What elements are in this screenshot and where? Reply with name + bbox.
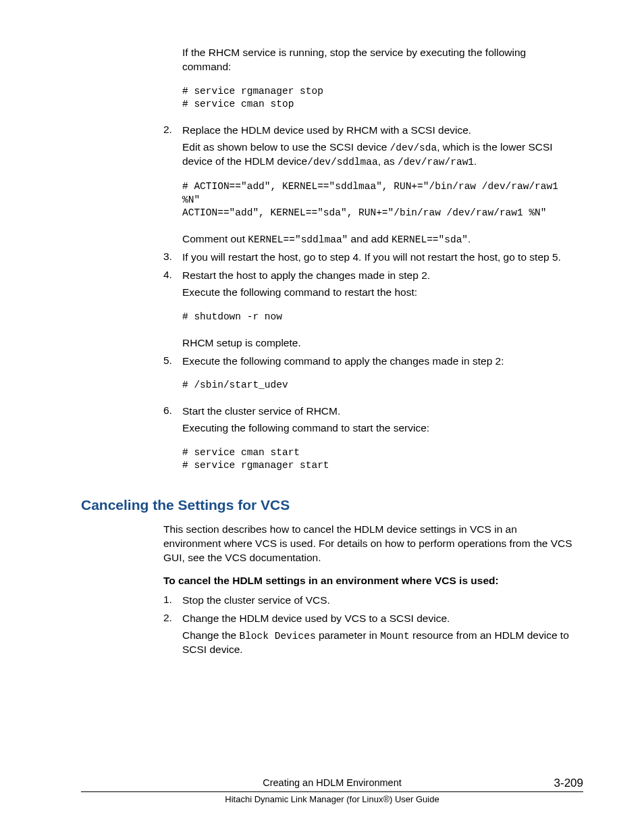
inline-code: KERNEL=="sda" — [392, 234, 468, 245]
code-udev-rule: # ACTION=="add", KERNEL=="sddlmaa", RUN+… — [182, 180, 576, 220]
inline-code: KERNEL=="sddlmaa" — [248, 234, 348, 245]
inline-code: /dev/sda — [390, 142, 437, 153]
step-number: 5. — [163, 355, 172, 367]
step-5: 5. Execute the following command to appl… — [163, 355, 576, 392]
text-run: and add — [348, 233, 392, 244]
intro-text: If the RHCM service is running, stop the… — [182, 46, 576, 74]
step-b1: 1. Stop the cluster service of VCS. — [163, 594, 576, 608]
inline-code: Block Devices — [239, 631, 315, 642]
section-intro: This section describes how to cancel the… — [163, 523, 576, 565]
text-run: parameter in — [316, 629, 381, 641]
step-text: Comment out KERNEL=="sddlmaa" and add KE… — [182, 232, 576, 247]
code-start-services: # service cman start # service rgmanager… — [182, 446, 576, 473]
steps-list-a: 2. Replace the HDLM device used by RHCM … — [163, 124, 576, 473]
steps-list-b: 1. Stop the cluster service of VCS. 2. C… — [163, 594, 576, 657]
step-text: Start the cluster service of RHCM. — [182, 405, 576, 419]
step-text: Stop the cluster service of VCS. — [182, 594, 576, 608]
section-heading: Canceling the Settings for VCS — [81, 497, 583, 513]
step-text: Executing the following command to start… — [182, 421, 576, 436]
footer-top-row: Creating an HDLM Environment 3-209 — [81, 777, 583, 792]
section-body: This section describes how to cancel the… — [163, 523, 576, 587]
top-block: If the RHCM service is running, stop the… — [182, 46, 576, 111]
step-number: 2. — [163, 612, 172, 624]
text-run: . — [468, 233, 471, 244]
step-text: Change the HDLM device used by VCS to a … — [182, 612, 576, 626]
text-run: Edit as shown below to use the SCSI devi… — [182, 141, 390, 153]
step-number: 2. — [163, 124, 172, 136]
subheading: To cancel the HDLM settings in an enviro… — [163, 575, 576, 587]
step-6: 6. Start the cluster service of RHCM. Ex… — [163, 405, 576, 473]
text-run: , as — [378, 155, 398, 167]
step-text: Edit as shown below to use the SCSI devi… — [182, 140, 576, 170]
page-footer: Creating an HDLM Environment 3-209 Hitac… — [81, 777, 583, 804]
step-number: 3. — [163, 251, 172, 263]
step-b2: 2. Change the HDLM device used by VCS to… — [163, 612, 576, 657]
step-text: Execute the following command to restart… — [182, 286, 576, 300]
text-run: Comment out — [182, 233, 248, 244]
step-number: 4. — [163, 269, 172, 281]
step-text: If you will restart the host, go to step… — [182, 251, 576, 265]
step-text: RHCM setup is complete. — [182, 336, 576, 350]
step-number: 6. — [163, 405, 172, 417]
text-run: . — [474, 155, 477, 167]
code-shutdown: # shutdown -r now — [182, 311, 576, 324]
step-text: Change the Block Devices parameter in Mo… — [182, 629, 576, 657]
step-text: Restart the host to apply the changes ma… — [182, 269, 576, 283]
footer-book-title: Hitachi Dynamic Link Manager (for Linux®… — [81, 792, 583, 804]
inline-code: Mount — [380, 631, 410, 642]
code-start-udev: # /sbin/start_udev — [182, 379, 576, 392]
page-number: 3-209 — [554, 777, 583, 790]
footer-chapter-title: Creating an HDLM Environment — [81, 777, 583, 788]
step-4: 4. Restart the host to apply the changes… — [163, 269, 576, 350]
step-text: Replace the HDLM device used by RHCM wit… — [182, 124, 576, 138]
text-run: Change the — [182, 629, 239, 641]
inline-code: /dev/sddlmaa — [307, 157, 377, 167]
inline-code: /dev/raw/raw1 — [398, 157, 474, 167]
step-number: 1. — [163, 594, 172, 606]
page: If the RHCM service is running, stop the… — [0, 0, 644, 834]
step-text: Execute the following command to apply t… — [182, 355, 576, 369]
step-2: 2. Replace the HDLM device used by RHCM … — [163, 124, 576, 246]
step-3: 3. If you will restart the host, go to s… — [163, 251, 576, 265]
code-stop-services: # service rgmanager stop # service cman … — [182, 85, 576, 111]
